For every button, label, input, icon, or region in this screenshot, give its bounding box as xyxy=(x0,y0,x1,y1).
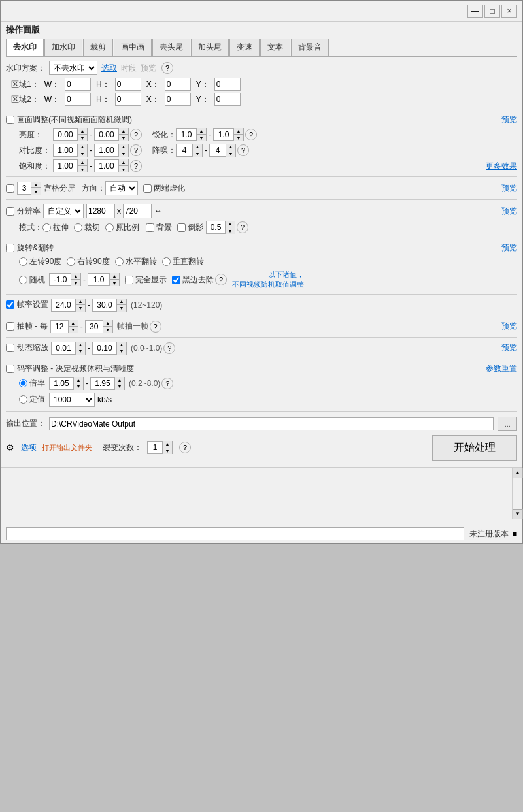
rotate-max-input[interactable] xyxy=(88,274,109,285)
grid-direction-select[interactable]: 自动 xyxy=(105,181,138,195)
rotate-min-down[interactable]: ▼ xyxy=(71,280,80,286)
mirror-up[interactable]: ▲ xyxy=(226,221,235,227)
right90-radio-label[interactable]: 右转90度 xyxy=(67,256,109,267)
left90-radio-label[interactable]: 左转90度 xyxy=(19,256,61,267)
dynamic-scale-help[interactable]: ? xyxy=(163,342,175,354)
frame-extract-max-down[interactable]: ▼ xyxy=(103,327,112,333)
grid-checkbox[interactable] xyxy=(6,184,14,193)
watermark-select-link[interactable]: 选取 xyxy=(101,63,117,74)
contrast-max-down[interactable]: ▼ xyxy=(119,150,128,157)
remove-black-checkbox[interactable] xyxy=(172,276,180,284)
brightness-max-down[interactable]: ▼ xyxy=(119,135,128,141)
denoise-min-input[interactable] xyxy=(177,144,192,156)
area2-x-input[interactable] xyxy=(165,93,191,106)
bitrate-min-input[interactable] xyxy=(50,378,73,389)
maximize-button[interactable]: □ xyxy=(484,5,500,18)
frame-extract-checkbox[interactable] xyxy=(6,322,14,331)
brightness-help[interactable]: ? xyxy=(130,129,142,140)
image-adjust-preview[interactable]: 预览 xyxy=(501,114,517,125)
split-help-btn[interactable]: ? xyxy=(179,442,191,453)
minimize-button[interactable]: — xyxy=(467,5,483,18)
options-link[interactable]: 选项 xyxy=(21,442,37,453)
open-folder-link[interactable]: 打开输出文件夹 xyxy=(42,443,92,453)
image-adjust-checkbox[interactable] xyxy=(6,116,14,124)
resolution-checkbox[interactable] xyxy=(6,207,14,216)
denoise-help[interactable]: ? xyxy=(237,144,249,156)
frame-extract-help[interactable]: ? xyxy=(150,321,161,333)
area1-h-input[interactable] xyxy=(115,78,141,91)
crop-radio-label[interactable]: 裁切 xyxy=(74,222,100,233)
framerate-checkbox[interactable] xyxy=(6,300,14,309)
area1-x-input[interactable] xyxy=(165,78,191,91)
sharpness-max-down[interactable]: ▼ xyxy=(234,135,243,141)
resolution-help[interactable]: ? xyxy=(237,221,248,233)
saturation-max-input[interactable] xyxy=(95,160,118,172)
bitrate-min-down[interactable]: ▼ xyxy=(74,383,83,390)
close-button[interactable]: × xyxy=(501,5,517,18)
frame-extract-min-down[interactable]: ▼ xyxy=(69,327,78,333)
bitrate-rate-radio[interactable] xyxy=(19,379,27,387)
saturation-min-input[interactable] xyxy=(54,160,77,172)
stretch-radio[interactable] xyxy=(42,223,51,232)
grid-down[interactable]: ▼ xyxy=(31,188,41,195)
scroll-up-btn[interactable]: ▲ xyxy=(513,468,523,478)
framerate-max-down[interactable]: ▼ xyxy=(117,305,126,312)
sharpness-max-input[interactable] xyxy=(214,129,233,140)
framerate-max-up[interactable]: ▲ xyxy=(117,299,126,305)
resolution-scheme-select[interactable]: 自定义 xyxy=(43,204,84,218)
contrast-min-down[interactable]: ▼ xyxy=(78,150,87,157)
brightness-min-input[interactable] xyxy=(54,129,77,140)
saturation-help[interactable]: ? xyxy=(130,160,142,172)
contrast-min-input[interactable] xyxy=(54,144,77,156)
rotate-max-down[interactable]: ▼ xyxy=(110,280,119,286)
area2-h-input[interactable] xyxy=(115,93,141,106)
random-radio-label[interactable]: 随机 xyxy=(19,274,45,285)
framerate-min-up[interactable]: ▲ xyxy=(76,299,85,305)
watermark-scheme-select[interactable]: 不去水印 xyxy=(49,61,97,75)
split-input[interactable] xyxy=(148,442,162,453)
denoise-min-down[interactable]: ▼ xyxy=(193,150,202,157)
denoise-max-down[interactable]: ▼ xyxy=(226,150,235,157)
frame-extract-preview[interactable]: 预览 xyxy=(501,321,517,332)
sharpness-min-down[interactable]: ▼ xyxy=(197,135,206,141)
tab-add-watermark[interactable]: 加水印 xyxy=(44,39,82,56)
frame-extract-max-up[interactable]: ▲ xyxy=(103,320,112,327)
grid-preview[interactable]: 预览 xyxy=(501,183,517,194)
brightness-min-up[interactable]: ▲ xyxy=(78,128,87,135)
sharpness-min-input[interactable] xyxy=(177,129,196,140)
contrast-max-input[interactable] xyxy=(95,144,118,156)
area1-y-input[interactable] xyxy=(214,78,241,91)
rotate-preview[interactable]: 预览 xyxy=(501,242,517,253)
tab-add-head-tail[interactable]: 加头尾 xyxy=(191,39,229,56)
area2-w-input[interactable] xyxy=(65,93,91,106)
bitrate-checkbox[interactable] xyxy=(6,365,14,373)
area1-w-input[interactable] xyxy=(65,78,91,91)
framerate-max-input[interactable] xyxy=(93,299,116,311)
brightness-max-up[interactable]: ▲ xyxy=(119,128,128,135)
output-path-input[interactable] xyxy=(49,417,494,430)
saturation-min-down[interactable]: ▼ xyxy=(78,166,87,172)
dynamic-scale-min-input[interactable] xyxy=(52,342,75,354)
start-button[interactable]: 开始处理 xyxy=(432,435,517,461)
sharpness-max-up[interactable]: ▲ xyxy=(234,128,243,135)
rotate-min-input[interactable] xyxy=(50,274,71,285)
tab-remove-head-tail[interactable]: 去头尾 xyxy=(152,39,190,56)
grid-value-input[interactable] xyxy=(18,182,31,194)
split-up[interactable]: ▲ xyxy=(163,441,172,447)
bitrate-fixed-radio[interactable] xyxy=(19,395,27,404)
contrast-help[interactable]: ? xyxy=(130,144,142,156)
bitrate-max-down[interactable]: ▼ xyxy=(115,383,124,390)
bitrate-help[interactable]: ? xyxy=(161,378,173,389)
rotate-help[interactable]: ? xyxy=(215,274,227,285)
tab-bgm[interactable]: 背景音 xyxy=(291,39,329,56)
dynamic-scale-min-up[interactable]: ▲ xyxy=(76,342,85,348)
more-effects-link[interactable]: 更多效果 xyxy=(486,161,517,172)
blur-checkbox[interactable] xyxy=(143,184,152,193)
frame-extract-min-input[interactable] xyxy=(51,321,68,333)
brightness-min-down[interactable]: ▼ xyxy=(78,135,87,141)
framerate-min-input[interactable] xyxy=(52,299,75,311)
resolution-width-input[interactable] xyxy=(86,204,115,218)
tab-speed[interactable]: 变速 xyxy=(229,39,260,56)
original-radio[interactable] xyxy=(105,223,114,232)
tab-text[interactable]: 文本 xyxy=(260,39,290,56)
